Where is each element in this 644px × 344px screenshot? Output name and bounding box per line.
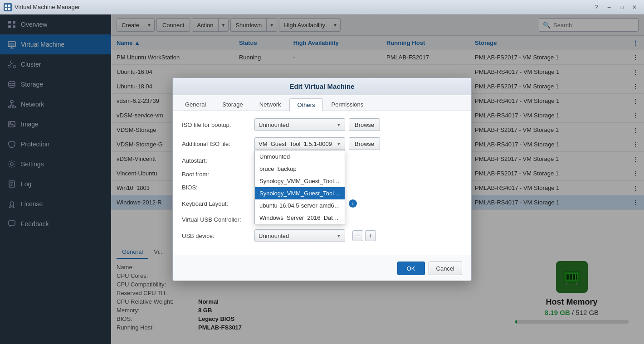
dropdown-item-guest151[interactable]: Synology_VMM_Guest_Tool_1... [255, 175, 345, 187]
usb-device-value: Unmounted [259, 233, 334, 239]
dropdown-item-guest152[interactable]: Synology_VMM_Guest_Tool_1... Synology_VM… [255, 187, 345, 199]
iso-bootup-arrow: ▼ [337, 122, 341, 127]
modal-body: ISO file for bootup: Unmounted ▼ Browse … [173, 111, 471, 256]
additional-iso-value: VM_Guest_Tool_1.5.1-0009 [259, 141, 334, 147]
modal-tab-storage[interactable]: Storage [215, 98, 251, 111]
modal-tab-general[interactable]: General [177, 98, 214, 111]
usb-remove-button[interactable]: − [352, 230, 363, 241]
svg-rect-2 [5, 8, 7, 10]
svg-rect-1 [8, 5, 10, 7]
title-bar: Virtual Machine Manager ? – □ ✕ [0, 0, 644, 15]
cancel-button[interactable]: Cancel [429, 262, 462, 275]
iso-bootup-browse[interactable]: Browse [349, 118, 380, 131]
edit-vm-modal: Edit Virtual Machine General Storage Net… [172, 78, 472, 281]
ok-button[interactable]: OK [397, 262, 425, 275]
keyboard-info-icon[interactable]: i [349, 199, 357, 208]
boot-from-label: Boot from: [182, 171, 254, 178]
dropdown-item-unmounted[interactable]: Unmounted [255, 150, 345, 163]
iso-dropdown-list: Unmounted bruce_backup Synology_VMM_Gues… [254, 150, 345, 224]
usb-device-label: USB device: [182, 233, 254, 239]
modal-tab-network[interactable]: Network [252, 98, 289, 111]
iso-bootup-label: ISO file for bootup: [182, 121, 254, 128]
app-icon [4, 3, 12, 11]
modal-tabs: General Storage Network Others Permissio… [173, 95, 471, 111]
modal-tab-others[interactable]: Others [289, 98, 322, 111]
additional-iso-label: Additional ISO file: [182, 141, 254, 147]
additional-iso-row: Additional ISO file: VM_Guest_Tool_1.5.1… [182, 137, 462, 150]
title-bar-left: Virtual Machine Manager [4, 3, 80, 11]
restore-button[interactable]: □ [616, 3, 628, 12]
modal-tab-permissions[interactable]: Permissions [324, 98, 371, 111]
minimize-button[interactable]: – [603, 3, 615, 12]
modal-title: Edit Virtual Machine [173, 78, 471, 95]
iso-bootup-select[interactable]: Unmounted ▼ [254, 118, 345, 131]
iso-bootup-control: Unmounted ▼ Browse [254, 118, 462, 131]
dropdown-item-ubuntu[interactable]: ubuntu-16.04.5-server-amd64... [255, 199, 345, 212]
modal-footer: OK Cancel [173, 256, 471, 281]
virtual-usb-label: Virtual USB Controller: [182, 216, 254, 223]
usb-device-row: USB device: Unmounted ▼ − + [182, 229, 462, 242]
help-button[interactable]: ? [590, 3, 602, 12]
modal-overlay[interactable]: Edit Virtual Machine General Storage Net… [0, 15, 644, 344]
additional-iso-browse[interactable]: Browse [349, 137, 380, 150]
bios-label: BIOS: [182, 184, 254, 191]
app-title: Virtual Machine Manager [15, 4, 80, 10]
additional-iso-select[interactable]: VM_Guest_Tool_1.5.1-0009 ▼ [254, 137, 345, 150]
usb-device-arrow: ▼ [337, 233, 341, 238]
dropdown-item-windows[interactable]: Windows_Server_2016_Datac... [255, 212, 345, 224]
svg-rect-3 [8, 8, 10, 10]
svg-rect-0 [5, 5, 7, 7]
close-button[interactable]: ✕ [629, 3, 640, 12]
title-bar-controls: ? – □ ✕ [590, 3, 640, 12]
iso-bootup-row: ISO file for bootup: Unmounted ▼ Browse [182, 118, 462, 131]
autostart-label: Autostart: [182, 157, 254, 164]
additional-iso-arrow: ▼ [337, 141, 341, 146]
usb-controls: − + [352, 230, 376, 241]
usb-device-control: Unmounted ▼ − + [254, 229, 462, 242]
keyboard-label: Keyboard Layout: [182, 200, 254, 207]
usb-device-select[interactable]: Unmounted ▼ [254, 229, 345, 242]
dropdown-wrapper: VM_Guest_Tool_1.5.1-0009 ▼ Unmounted bru… [254, 137, 345, 150]
dropdown-item-bruce[interactable]: bruce_backup [255, 163, 345, 175]
iso-bootup-value: Unmounted [259, 121, 334, 128]
additional-iso-control: VM_Guest_Tool_1.5.1-0009 ▼ Unmounted bru… [254, 137, 462, 150]
usb-add-button[interactable]: + [365, 230, 376, 241]
